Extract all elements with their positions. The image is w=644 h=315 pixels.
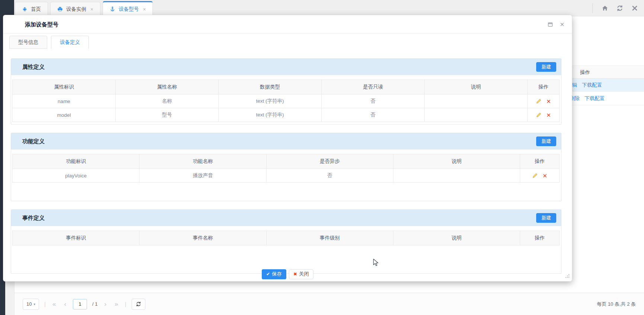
- nav-tab-设备实例[interactable]: 设备实例×: [50, 2, 100, 16]
- refresh-list-button[interactable]: [132, 299, 145, 310]
- nav-tab-label: 设备实例: [66, 6, 86, 13]
- section-header-events: 事件定义新建: [11, 210, 561, 226]
- ops-rows: 编辑下载配置编辑删除下载配置: [572, 78, 644, 105]
- column-header: 是否只读: [322, 80, 425, 94]
- dialog-header: 添加设备型号 ✕: [3, 15, 572, 33]
- table-cell: 否: [266, 169, 393, 183]
- ops-link[interactable]: 编辑: [572, 82, 577, 88]
- total-pages-label: / 1: [92, 301, 97, 307]
- close-icon[interactable]: [631, 5, 638, 12]
- column-header: 功能名称: [139, 154, 266, 169]
- table-cell: model: [13, 108, 116, 122]
- topbar-divider: [592, 3, 593, 13]
- table-cell: playVoice: [13, 169, 139, 183]
- reload-icon: [136, 301, 141, 307]
- prev-page-button[interactable]: ‹: [62, 300, 68, 308]
- topbar: 首页设备实例×设备型号×: [0, 0, 644, 16]
- nav-tab-首页[interactable]: 首页: [15, 2, 48, 16]
- table-row: name名称text (字符串)否✕: [13, 94, 560, 108]
- column-header: 事件标识: [13, 231, 139, 245]
- table-row: model型号text (字符串)否✕: [13, 108, 560, 122]
- ops-cell: ✕: [528, 94, 560, 108]
- column-header: 事件名称: [139, 231, 266, 245]
- ops-table-row[interactable]: 编辑下载配置: [572, 78, 644, 92]
- section-attributes: 属性定义新建属性标识属性名称数据类型是否只读说明操作name名称text (字符…: [11, 58, 561, 125]
- new-button-functions[interactable]: 新建: [536, 136, 556, 146]
- ops-row-links: 编辑下载配置: [572, 78, 607, 92]
- page-number-input[interactable]: [73, 299, 87, 309]
- pagination-summary: 每页 10 条,共 2 条: [597, 301, 636, 308]
- row-actions: ✕: [520, 169, 559, 182]
- dialog-tab-型号信息[interactable]: 型号信息: [9, 36, 47, 49]
- section-header-attributes: 属性定义新建: [11, 59, 561, 75]
- table-cell: 否: [322, 94, 425, 108]
- new-button-attributes[interactable]: 新建: [536, 62, 556, 72]
- last-page-button[interactable]: »: [113, 300, 119, 308]
- dialog-tab-设备定义[interactable]: 设备定义: [51, 36, 89, 49]
- table-cell: [425, 108, 528, 122]
- delete-icon[interactable]: ✕: [542, 173, 547, 179]
- modal-sections: 属性定义新建属性标识属性名称数据类型是否只读说明操作name名称text (字符…: [11, 58, 561, 274]
- column-header: 事件级别: [266, 231, 393, 245]
- table-cell: [425, 94, 528, 108]
- column-header: 操作: [520, 231, 560, 245]
- first-page-button[interactable]: «: [51, 300, 57, 308]
- column-header: 操作: [528, 80, 560, 94]
- section-table-attributes: 属性标识属性名称数据类型是否只读说明操作name名称text (字符串)否✕mo…: [12, 80, 560, 122]
- next-page-button[interactable]: ›: [103, 300, 108, 308]
- column-header: 功能标识: [13, 154, 139, 169]
- sidebar-top-corner: [0, 0, 14, 16]
- maximize-icon[interactable]: [548, 22, 553, 27]
- section-table-wrap: 功能标识功能名称是否异步说明操作playVoice播放声音否✕: [12, 154, 560, 183]
- android-icon: [22, 6, 28, 12]
- section-table-wrap: 属性标识属性名称数据类型是否只读说明操作name名称text (字符串)否✕mo…: [12, 80, 560, 122]
- pagination-separator: |: [44, 301, 46, 307]
- row-actions: ✕: [528, 94, 559, 108]
- anchor-icon: [110, 6, 115, 12]
- refresh-icon[interactable]: [616, 5, 623, 12]
- page-size-dropdown[interactable]: 10 ▾: [23, 299, 39, 310]
- close-button[interactable]: ✖ 关闭: [289, 269, 313, 279]
- edit-icon[interactable]: [532, 173, 538, 179]
- ops-table-row[interactable]: 编辑删除下载配置: [572, 92, 644, 105]
- new-button-events[interactable]: 新建: [536, 213, 556, 223]
- table-cell: name: [13, 94, 116, 108]
- table-cell: [393, 169, 520, 183]
- edit-icon[interactable]: [536, 98, 542, 104]
- column-header: 数据类型: [219, 80, 322, 94]
- save-button[interactable]: ✔ 保存: [262, 269, 286, 279]
- table-cell: text (字符串): [219, 94, 322, 108]
- ops-link[interactable]: 下载配置: [582, 82, 602, 88]
- tab-close-icon[interactable]: ×: [90, 7, 93, 12]
- tab-close-icon[interactable]: ×: [143, 7, 146, 12]
- screen: 首页设备实例×设备型号× 操作 编辑下载配置编辑删除下载配置 10 ▾ | « …: [0, 0, 644, 315]
- section-events: 事件定义新建事件标识事件名称事件级别说明操作: [11, 209, 561, 274]
- table-cell: 型号: [116, 108, 219, 122]
- table-cell: 播放声音: [139, 169, 266, 183]
- resize-handle-icon[interactable]: [566, 274, 570, 279]
- section-title: 功能定义: [22, 138, 45, 145]
- section-table-events: 事件标识事件名称事件级别说明操作: [12, 231, 560, 245]
- page-size-value: 10: [26, 301, 32, 307]
- close-x-icon: ✖: [293, 271, 297, 277]
- column-header: 操作: [520, 154, 560, 169]
- ops-link[interactable]: 下载配置: [585, 96, 605, 101]
- section-table-functions: 功能标识功能名称是否异步说明操作playVoice播放声音否✕: [12, 154, 560, 183]
- background-table-fragment: 操作 编辑下载配置编辑删除下载配置: [572, 65, 644, 105]
- delete-icon[interactable]: ✕: [546, 112, 551, 118]
- table-cell: 名称: [116, 94, 219, 108]
- dialog-close-icon[interactable]: ✕: [560, 21, 564, 28]
- nav-tab-设备型号[interactable]: 设备型号×: [103, 1, 153, 16]
- nav-tabs: 首页设备实例×设备型号×: [15, 1, 153, 16]
- dialog-tabs: 型号信息设备定义: [9, 35, 572, 49]
- column-header: 属性名称: [116, 80, 219, 94]
- dialog-title: 添加设备型号: [25, 15, 58, 33]
- section-functions: 功能定义新建功能标识功能名称是否异步说明操作playVoice播放声音否✕: [11, 133, 561, 201]
- home-icon[interactable]: [602, 5, 608, 12]
- ops-link[interactable]: 删除: [572, 96, 580, 101]
- pagination-bar: 10 ▾ | « ‹ / 1 › » | 每页 10 条,共 2 条: [15, 293, 644, 315]
- ops-cell: ✕: [528, 108, 560, 122]
- add-device-model-dialog: 添加设备型号 ✕ 型号信息设备定义 属性定义新建属性标识属性名称数据类型是否只读…: [3, 15, 572, 282]
- delete-icon[interactable]: ✕: [546, 99, 551, 104]
- edit-icon[interactable]: [536, 112, 542, 118]
